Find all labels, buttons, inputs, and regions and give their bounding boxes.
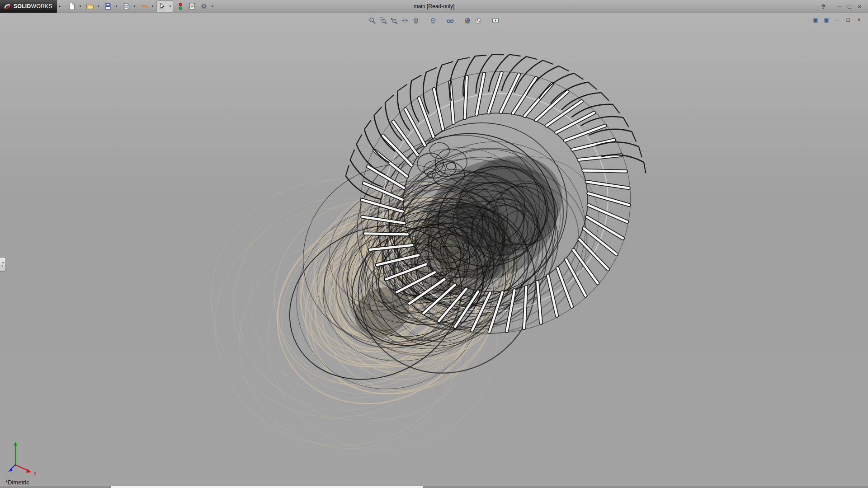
previous-view-icon	[390, 17, 398, 25]
help-button[interactable]: ?	[818, 1, 828, 11]
next-window-button[interactable]: ▣	[822, 15, 831, 24]
new-document-icon	[68, 2, 76, 10]
save-button[interactable]	[102, 0, 114, 12]
select-tool-group: ▾	[156, 0, 173, 12]
options-button[interactable]	[198, 0, 210, 12]
dassault-systemes-icon	[4, 3, 11, 10]
undo-button[interactable]	[138, 0, 150, 12]
select-button[interactable]	[157, 1, 168, 12]
open-dropdown[interactable]: ▾	[96, 1, 101, 12]
apply-scene-button[interactable]	[473, 15, 484, 26]
view-orientation-button[interactable]	[410, 15, 421, 26]
appearance-ball-icon	[463, 17, 472, 25]
new-document-dropdown[interactable]: ▾	[78, 1, 83, 12]
close-document-button[interactable]: ×	[854, 15, 863, 24]
heads-up-toolbar	[367, 15, 501, 26]
view-settings-icon	[491, 17, 500, 25]
document-title: main [Read-only]	[414, 3, 455, 9]
scene-ball-icon	[474, 17, 482, 25]
document-window-controls: ▣ ▣ ─ □ ×	[811, 15, 863, 24]
brand-bold: SOLID	[14, 3, 31, 9]
graphics-area[interactable]: ▣ ▣ ─ □ × ◂ ▸ X *Dimetric	[0, 13, 868, 488]
select-dropdown[interactable]: ▾	[168, 1, 173, 12]
restore-document-button[interactable]: □	[844, 15, 853, 24]
brand-text: SOLIDWORKS	[14, 3, 52, 9]
zoom-to-area-button[interactable]	[378, 15, 389, 26]
engine-wireframe-model	[0, 13, 868, 488]
zoom-to-fit-icon	[368, 17, 377, 25]
view-orientation-label: *Dimetric	[5, 479, 29, 486]
restore-button[interactable]: □	[844, 1, 854, 11]
minimize-document-button[interactable]: ─	[833, 15, 842, 24]
display-style-icon	[429, 17, 437, 25]
open-button[interactable]	[84, 0, 96, 12]
new-document-button[interactable]	[66, 0, 78, 12]
section-view-button[interactable]	[400, 15, 410, 26]
panel-flyout-tab[interactable]: ◂ ▸	[0, 257, 6, 272]
flyout-left-arrow-icon: ◂	[2, 261, 3, 264]
print-icon	[122, 2, 130, 10]
options-gear-icon	[200, 2, 208, 10]
previous-view-button[interactable]	[389, 15, 400, 26]
taskbar-white-segment	[111, 486, 423, 488]
undo-dropdown[interactable]: ▾	[150, 1, 155, 12]
zoom-to-fit-button[interactable]	[367, 15, 378, 26]
properties-clipboard-icon	[188, 2, 196, 10]
open-folder-icon	[86, 2, 94, 10]
edit-appearance-button[interactable]	[462, 15, 473, 26]
save-dropdown[interactable]: ▾	[114, 1, 119, 12]
taskbar-sliver	[0, 486, 868, 488]
standard-toolbar: ▾ ▾ ▾	[66, 0, 216, 12]
close-button[interactable]: ×	[854, 1, 864, 11]
section-view-icon	[401, 17, 409, 25]
print-button[interactable]	[120, 0, 132, 12]
previous-window-button[interactable]: ▣	[811, 15, 820, 24]
display-style-button[interactable]	[428, 15, 439, 26]
zoom-to-area-icon	[379, 17, 387, 25]
titlebar: SOLIDWORKS ▸ ▾ ▾	[0, 0, 868, 13]
view-settings-button[interactable]	[490, 15, 501, 26]
undo-icon	[140, 2, 148, 10]
solidworks-window: SOLIDWORKS ▸ ▾ ▾	[0, 0, 868, 488]
flyout-right-arrow-icon: ▸	[2, 264, 3, 267]
orientation-triad: X	[5, 438, 46, 479]
menu-expand-arrow[interactable]: ▸	[57, 0, 62, 13]
eyeglasses-icon	[446, 17, 454, 25]
brand-light: WORKS	[31, 3, 52, 9]
triad-x-label: X	[33, 471, 37, 476]
red-green-indicator-icon	[176, 2, 184, 10]
properties-button[interactable]	[186, 0, 198, 12]
print-dropdown[interactable]: ▾	[132, 1, 137, 12]
minimize-button[interactable]: ─	[835, 1, 844, 11]
hide-show-items-button[interactable]	[445, 15, 456, 26]
save-icon	[104, 2, 112, 10]
options-dropdown[interactable]: ▾	[210, 1, 215, 12]
solidworks-logo: SOLIDWORKS	[0, 0, 57, 13]
view-orientation-cube-icon	[412, 17, 420, 25]
status-lights-button[interactable]	[175, 0, 186, 12]
window-controls: ? ─ □ ×	[818, 0, 864, 13]
select-cursor-icon	[158, 2, 166, 10]
